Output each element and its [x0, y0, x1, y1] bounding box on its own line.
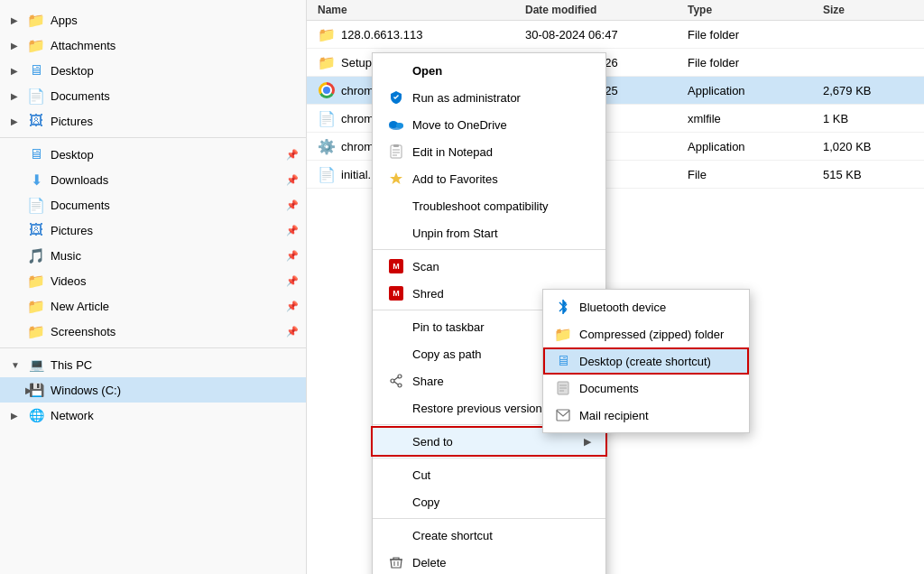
- folder-icon: 📁: [27, 11, 45, 29]
- sendto-label: Documents: [579, 382, 639, 395]
- ctx-label: Move to OneDrive: [412, 118, 591, 132]
- sidebar-item-new-article[interactable]: 📁 New Article 📌: [0, 293, 306, 319]
- sidebar-item-pictures[interactable]: ▶ 🖼 Pictures: [0, 108, 306, 134]
- svg-rect-4: [393, 144, 399, 147]
- sidebar-item-music[interactable]: 🎵 Music 📌: [0, 243, 306, 268]
- sidebar-item-apps[interactable]: ▶ 📁 Apps: [0, 7, 306, 32]
- zip-icon: 📁: [554, 325, 572, 343]
- sidebar-item-pictures-pinned[interactable]: 🖼 Pictures 📌: [0, 218, 306, 243]
- svg-point-9: [398, 375, 402, 378]
- recycle-icon: [387, 553, 405, 571]
- folder-icon: 📁: [27, 322, 45, 340]
- troubleshoot-icon: [387, 197, 405, 215]
- sidebar-item-desktop[interactable]: ▶ 🖥 Desktop: [0, 58, 306, 83]
- mcafee-icon: M: [387, 257, 405, 275]
- ctx-delete[interactable]: Delete: [373, 549, 605, 574]
- pin-icon: 📌: [286, 326, 299, 338]
- ctx-create-shortcut[interactable]: Create shortcut: [373, 522, 605, 549]
- mcafee-shred-icon: M: [387, 284, 405, 302]
- restore-icon: [387, 399, 405, 417]
- ctx-label: Add to Favorites: [412, 172, 591, 186]
- ctx-scan[interactable]: M Scan: [373, 253, 605, 280]
- sendto-icon: [387, 432, 405, 450]
- unpin-icon: [387, 224, 405, 242]
- pictures-icon: 🖼: [27, 112, 45, 130]
- windows-icon: 💾: [27, 381, 45, 399]
- sidebar-label: Downloads: [51, 173, 282, 187]
- expand-arrow: ▶: [11, 41, 25, 51]
- notepad-icon: [387, 143, 405, 161]
- file-icon: 📄: [318, 109, 336, 127]
- sidebar-item-attachments[interactable]: ▶ 📁 Attachments: [0, 32, 306, 58]
- app-icon: ⚙️: [318, 137, 336, 155]
- sendto-compressed[interactable]: 📁 Compressed (zipped) folder: [543, 320, 749, 347]
- ctx-notepad[interactable]: Edit in Notepad: [373, 138, 605, 165]
- file-name: 128.0.6613.113: [341, 28, 422, 42]
- table-row[interactable]: 📁 128.0.6613.113 30-08-2024 06:47 File f…: [307, 21, 924, 49]
- expand-arrow: ▶: [11, 411, 25, 421]
- sidebar-item-downloads[interactable]: ⬇ Downloads 📌: [0, 167, 306, 192]
- sidebar-label: Desktop: [51, 148, 282, 162]
- main-content: Name Date modified Type Size 📁 128.0.661…: [307, 0, 924, 574]
- sendto-label: Desktop (create shortcut): [579, 355, 711, 368]
- folder-icon: 📁: [27, 36, 45, 54]
- pin-icon: [387, 318, 405, 336]
- col-name[interactable]: Name: [318, 4, 525, 16]
- expand-arrow: ▶: [11, 66, 25, 76]
- sidebar: ▶ 📁 Apps ▶ 📁 Attachments ▶ 🖥 Desktop ▶ 📄…: [0, 0, 307, 574]
- ctx-troubleshoot[interactable]: Troubleshoot compatibility: [373, 192, 605, 219]
- file-type: xmlfile: [688, 112, 823, 125]
- music-icon: 🎵: [27, 246, 45, 264]
- sidebar-label: This PC: [51, 358, 299, 372]
- mail-icon: [554, 406, 572, 424]
- ctx-label: Unpin from Start: [412, 227, 591, 240]
- sidebar-label: Network: [51, 409, 299, 422]
- expand-arrow: ▶: [11, 91, 25, 101]
- col-date[interactable]: Date modified: [525, 4, 688, 16]
- desktop-icon: 🖥: [27, 61, 45, 79]
- sidebar-item-documents-pinned[interactable]: 📄 Documents 📌: [0, 192, 306, 218]
- pin-icon: 📌: [286, 199, 299, 211]
- sendto-bluetooth[interactable]: Bluetooth device: [543, 293, 749, 320]
- docs-gray-icon: [554, 379, 572, 397]
- sidebar-label: Music: [51, 249, 282, 263]
- folder-icon: 📁: [318, 25, 336, 43]
- sendto-mail[interactable]: Mail recipient: [543, 402, 749, 429]
- ctx-label: Edit in Notepad: [412, 145, 591, 159]
- docs-icon: 📄: [27, 87, 45, 105]
- ctx-unpin[interactable]: Unpin from Start: [373, 219, 605, 246]
- ctx-run-admin[interactable]: Run as administrator: [373, 84, 605, 111]
- download-icon: ⬇: [27, 171, 45, 189]
- sidebar-item-network[interactable]: ▶ 🌐 Network: [0, 403, 306, 428]
- sidebar-item-documents[interactable]: ▶ 📄 Documents: [0, 83, 306, 108]
- sidebar-item-desktop-pinned[interactable]: 🖥 Desktop 📌: [0, 142, 306, 167]
- ctx-open[interactable]: Open: [373, 57, 605, 84]
- pin-icon: 📌: [286, 149, 299, 161]
- desktop-sm-icon: 🖥: [554, 352, 572, 370]
- sidebar-label: Desktop: [51, 64, 299, 78]
- sendto-label: Bluetooth device: [579, 301, 666, 314]
- sendto-documents[interactable]: Documents: [543, 375, 749, 402]
- videos-icon: 📁: [27, 272, 45, 290]
- svg-point-10: [398, 384, 402, 387]
- sidebar-item-videos[interactable]: 📁 Videos 📌: [0, 268, 306, 293]
- sidebar-item-this-pc[interactable]: ▼ 💻 This PC: [0, 352, 306, 377]
- sidebar-item-screenshots[interactable]: 📁 Screenshots 📌: [0, 319, 306, 344]
- col-size[interactable]: Size: [823, 4, 913, 16]
- divider: [0, 137, 306, 138]
- sidebar-label: New Article: [51, 300, 282, 313]
- sidebar-label: Screenshots: [51, 325, 282, 338]
- ctx-onedrive[interactable]: Move to OneDrive: [373, 111, 605, 138]
- ctx-favorites[interactable]: Add to Favorites: [373, 165, 605, 192]
- sendto-desktop-shortcut[interactable]: 🖥 Desktop (create shortcut): [543, 347, 749, 375]
- ctx-copy[interactable]: Copy: [373, 488, 605, 515]
- expand-arrow: ▼: [11, 360, 25, 370]
- file-size: 1,020 KB: [823, 140, 913, 153]
- sidebar-label: Documents: [51, 89, 299, 103]
- sidebar-item-windows-c[interactable]: ▶ 💾 Windows (C:): [0, 377, 306, 403]
- onedrive-icon: [387, 116, 405, 134]
- pictures-icon: 🖼: [27, 221, 45, 239]
- ctx-cut[interactable]: Cut: [373, 461, 605, 488]
- separator: [373, 518, 605, 519]
- col-type[interactable]: Type: [688, 4, 823, 16]
